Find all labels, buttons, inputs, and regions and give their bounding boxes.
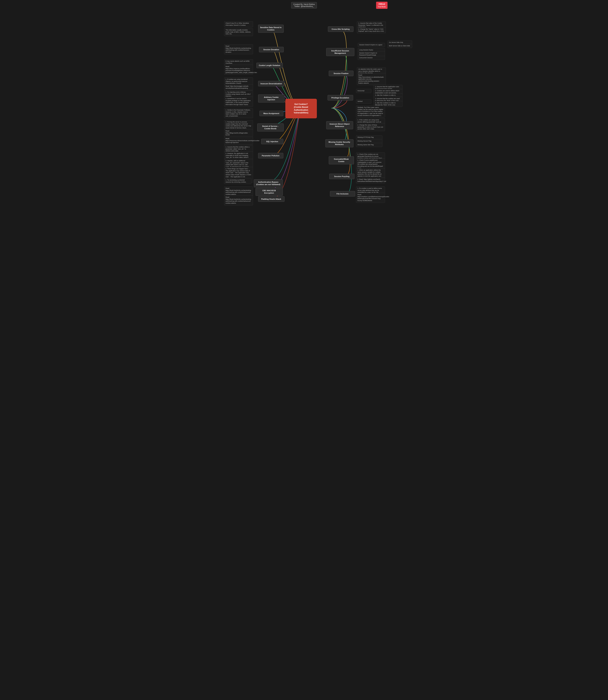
detail-session-puzzling-2: 2. Read: https://github.com/harsh-bothra… bbox=[356, 177, 385, 183]
node-insecure-deser: Insecure Deserialization bbox=[258, 81, 285, 86]
node-mass-assignment: Mass Assignment bbox=[260, 111, 283, 116]
node-session-puzzling: Session Puzzling bbox=[329, 174, 355, 179]
mindmap: Got Cookies? (Cookie Based Authenticatio… bbox=[222, 15, 386, 203]
node-dos-cookie: Denial of Service - Cookie Bomb bbox=[257, 124, 284, 131]
node-arbitrary-cookie: Arbitrary Cookie Injection bbox=[258, 95, 285, 102]
node-param-pollution: Parameter Pollution bbox=[258, 153, 283, 158]
node-padding-oracle: Padding Oracle Attack bbox=[258, 196, 285, 202]
detail-session-expire-logout: Session Doesn't Expire on Logout bbox=[358, 43, 385, 47]
node-session-donation: Session Donation bbox=[259, 47, 284, 52]
node-file-inclusion: File Inclusion bbox=[330, 191, 355, 196]
detail-mass-assignment: 1. Similar to the Parameter Pollution, H… bbox=[224, 108, 253, 118]
author-box: Created By: Harsh Bothra Twitter: @harsh… bbox=[291, 2, 317, 8]
node-idor: Insecure Direct Object Reference bbox=[326, 121, 353, 129]
detail-xss-2: 2. Change the "Name" value to "XSS Paylo… bbox=[357, 27, 386, 33]
detail-auth-bypass: 1. Try accessing a protected resource by… bbox=[224, 178, 251, 184]
node-cbc-mac: CBC-MAC/ECB Encryption bbox=[255, 188, 283, 196]
detail-sensitive-data-1: Check if any PII or Other Sensitive Info… bbox=[224, 21, 253, 27]
detail-vertical: Vertical bbox=[356, 99, 371, 103]
center-node: Got Cookies? (Cookie Based Authenticatio… bbox=[285, 99, 317, 118]
xmind-badge: XMind Trial Mode bbox=[376, 2, 387, 9]
page-wrapper: XMind Trial Mode Created By: Harsh Bothr… bbox=[219, 0, 389, 206]
detail-missing-samesite: Missing Same-Site Flag bbox=[356, 143, 382, 147]
detail-session-fixation-2: Read: https://secureteam.co.uk/articles/… bbox=[357, 73, 386, 85]
node-auth-bypass: Authentication Bypass (Cookies are not V… bbox=[254, 179, 283, 187]
node-sql-injection: SQL Injection bbox=[261, 139, 283, 144]
detail-concurrent-session: Concurrent Session bbox=[358, 56, 385, 60]
detail-insecure-deser-2: Read: https://portswigger.net/web-securi… bbox=[224, 84, 253, 90]
detail-sensitive-data-2: This information usually includes: Email… bbox=[224, 28, 253, 36]
node-xss: Cross-Site Scripting bbox=[328, 26, 354, 32]
detail-sql: Read: https://resources.infosecinstitute… bbox=[224, 137, 253, 145]
node-insuff-session: Insufficient Session Management bbox=[326, 48, 354, 56]
detail-arbitrary-2: 2. Sometimes it can be used to escalate … bbox=[224, 97, 253, 107]
detail-file-inclusion-2: Read: https://medium.com/@tehmezovismayi… bbox=[356, 193, 385, 203]
node-session-fixation: Session Fixation bbox=[329, 71, 354, 76]
node-missing-attrs: Missing Cookie Security Attributes bbox=[325, 139, 354, 147]
node-guessable: Guessable/Weak Cookie bbox=[329, 156, 354, 164]
detail-dos-1: 1. Forcing the server to process cookies… bbox=[224, 120, 253, 130]
detail-session-donation: Read: https://book.hacktricks.xyz/pentes… bbox=[224, 44, 253, 54]
detail-priv-esc-note: Similarly, Try if the Lower user's cooki… bbox=[356, 106, 385, 117]
node-cookie-length: Cookie Length Violation bbox=[256, 63, 283, 68]
detail-idor-2: 2. Change the value of these parameter i… bbox=[356, 123, 385, 131]
detail-cookie-length-1: It may cause attacks such as Buffer Over… bbox=[224, 59, 253, 65]
detail-cbc-mac: Read: https://book.hacktricks.xyz/pentes… bbox=[224, 186, 253, 196]
detail-missing-secure: Missing Secure Flag bbox=[356, 139, 382, 143]
node-sensitive-data: Sensitive Data Stored in Cookies bbox=[258, 25, 284, 33]
detail-missing-httponly: Missing HTTPOnly Flag bbox=[356, 135, 382, 139]
detail-cookie-length-2: Read: https://docs.imperva.com/bundle/on… bbox=[224, 65, 253, 75]
detail-padding-oracle: Read: https://book.hacktricks.xyz/pentes… bbox=[224, 195, 253, 205]
detail-both-sides: Both Server-Side & Client-Side bbox=[387, 44, 412, 48]
node-priv-esc: Privilege Escalation bbox=[328, 95, 353, 100]
detail-dos-2: Read: https://blog.innerht.ml/tag/cookie… bbox=[224, 129, 253, 137]
detail-horizontal: Horizontal bbox=[356, 89, 371, 93]
